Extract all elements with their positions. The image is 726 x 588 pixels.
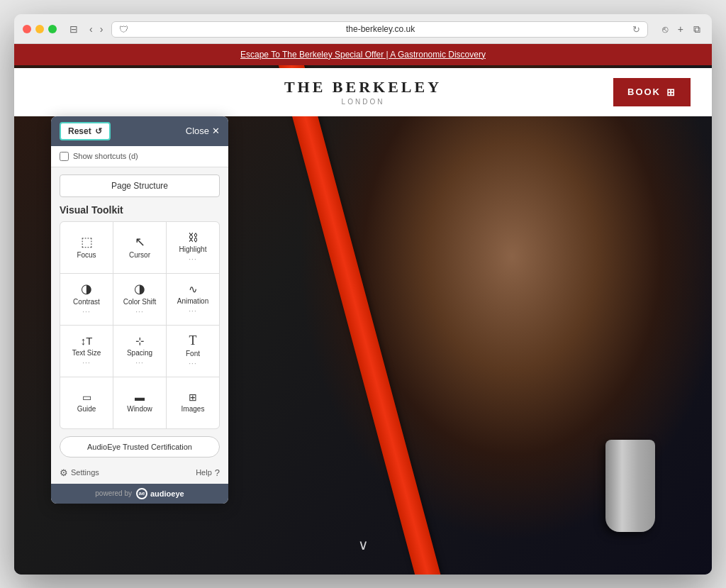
site-header: THE BERKELEY LONDON BOOK ⊞ <box>14 68 712 116</box>
focus-icon: ⬚ <box>81 235 93 248</box>
settings-button[interactable]: ⚙ Settings <box>60 467 99 478</box>
guide-label: Guide <box>77 405 96 413</box>
window-label: Window <box>127 405 152 413</box>
logo-sub-text: LONDON <box>254 98 472 106</box>
minimize-window-btn[interactable] <box>35 25 44 33</box>
browser-content: Escape To The Berkeley Special Offer | A… <box>14 44 712 575</box>
accessibility-panel: Reset ↺ Close ✕ Show shortcuts (d) Page … <box>51 116 228 504</box>
powered-by-text: powered by <box>95 489 132 497</box>
shortcuts-label[interactable]: Show shortcuts (d) <box>73 152 138 160</box>
contrast-icon: ◑ <box>81 282 92 295</box>
images-label: Images <box>182 405 205 413</box>
spacing-dots: ··· <box>135 360 143 367</box>
font-label: Font <box>186 350 200 357</box>
toolkit-guide[interactable]: ▭ Guide <box>60 377 113 428</box>
new-tab-btn[interactable]: + <box>675 22 686 37</box>
panel-header: Reset ↺ Close ✕ <box>51 116 228 146</box>
sidebar-toggle-btn[interactable]: ⊟ <box>67 22 81 36</box>
forward-btn[interactable]: › <box>97 22 106 36</box>
browser-window: ⊟ ‹ › 🛡 the-berkeley.co.uk ↻ ⎋ + ⧉ Esc <box>14 14 712 575</box>
site-logo: THE BERKELEY LONDON <box>254 78 472 106</box>
font-icon: T <box>189 334 197 347</box>
browser-chrome: ⊟ ‹ › 🛡 the-berkeley.co.uk ↻ ⎋ + ⧉ <box>14 14 712 44</box>
refresh-icon[interactable]: ↻ <box>632 24 640 35</box>
spacing-icon: ⊹ <box>135 335 145 346</box>
toolkit-spacing[interactable]: ⊹ Spacing ··· <box>113 326 166 377</box>
url-text: the-berkeley.co.uk <box>133 24 627 34</box>
cursor-label: Cursor <box>129 251 150 259</box>
textsize-icon: ↕T <box>81 335 93 346</box>
book-button[interactable]: BOOK ⊞ <box>613 78 691 106</box>
colorshift-label: Color Shift <box>123 298 157 306</box>
toolkit-images[interactable]: ⊞ Images <box>167 377 219 428</box>
toolkit-cursor[interactable]: ↖ Cursor <box>113 222 166 273</box>
close-panel-button[interactable]: Close ✕ <box>186 126 220 136</box>
gear-icon: ⚙ <box>60 467 68 478</box>
toolkit-window[interactable]: ▬ Window <box>113 377 166 428</box>
textsize-label: Text Size <box>72 349 101 357</box>
traffic-lights <box>23 25 57 33</box>
toolkit-contrast[interactable]: ◑ Contrast ··· <box>60 274 113 325</box>
audioeye-certification-button[interactable]: AudioEye Trusted Certification <box>60 436 220 457</box>
book-icon: ⊞ <box>666 87 676 98</box>
audioeye-logo: ae audioeye <box>136 488 184 499</box>
guide-icon: ▭ <box>82 392 91 402</box>
textsize-dots: ··· <box>82 360 90 367</box>
toolkit-grid: ⬚ Focus ↖ Cursor ⛓ Highlight ··· ◑ Contr… <box>60 221 220 429</box>
toolkit-textsize[interactable]: ↕T Text Size ··· <box>60 326 113 377</box>
toolkit-highlight[interactable]: ⛓ Highlight ··· <box>167 222 219 273</box>
logo-main-text: THE BERKELEY <box>254 78 472 96</box>
visual-toolkit-title: Visual Toolkit <box>51 201 228 221</box>
toolkit-focus[interactable]: ⬚ Focus <box>60 222 113 273</box>
animation-icon: ∿ <box>189 284 198 294</box>
audioeye-logo-icon: ae <box>136 488 147 499</box>
close-window-btn[interactable] <box>23 25 31 33</box>
focus-label: Focus <box>77 251 96 259</box>
animation-dots: ··· <box>189 308 196 315</box>
tab-overview-btn[interactable]: ⧉ <box>691 22 703 37</box>
cocktail-shaker <box>605 440 655 532</box>
toolkit-font[interactable]: T Font ··· <box>167 326 219 377</box>
highlight-label: Highlight <box>179 245 207 253</box>
help-icon: ? <box>215 467 220 478</box>
spacing-label: Spacing <box>127 349 152 357</box>
colorshift-icon: ◑ <box>134 282 145 295</box>
promo-banner-link[interactable]: Escape To The Berkeley Special Offer | A… <box>240 50 486 60</box>
toolkit-colorshift[interactable]: ◑ Color Shift ··· <box>113 274 166 325</box>
security-icon: 🛡 <box>119 24 128 35</box>
cursor-icon: ↖ <box>135 235 145 248</box>
fullscreen-window-btn[interactable] <box>48 25 57 33</box>
shortcuts-row: Show shortcuts (d) <box>51 146 228 167</box>
share-btn[interactable]: ⎋ <box>659 22 671 37</box>
page-structure-button[interactable]: Page Structure <box>60 174 220 197</box>
animation-label: Animation <box>177 297 208 305</box>
browser-actions: ⎋ + ⧉ <box>659 22 703 37</box>
reset-icon: ↺ <box>95 126 102 136</box>
reset-button[interactable]: Reset ↺ <box>60 122 111 140</box>
close-icon: ✕ <box>212 126 220 136</box>
highlight-dots: ··· <box>189 256 196 263</box>
powered-by-bar: powered by ae audioeye <box>51 484 228 504</box>
scroll-indicator: ∨ <box>358 536 369 553</box>
address-bar[interactable]: 🛡 the-berkeley.co.uk ↻ <box>111 21 647 38</box>
contrast-dots: ··· <box>82 309 90 316</box>
images-icon: ⊞ <box>189 392 197 402</box>
toolkit-animation[interactable]: ∿ Animation ··· <box>167 274 219 325</box>
window-icon: ▬ <box>135 392 145 402</box>
panel-footer: ⚙ Settings Help ? <box>51 465 228 484</box>
promo-banner: Escape To The Berkeley Special Offer | A… <box>14 44 712 65</box>
highlight-icon: ⛓ <box>188 232 199 243</box>
shortcuts-checkbox[interactable] <box>60 152 69 161</box>
contrast-label: Contrast <box>73 298 100 306</box>
font-dots: ··· <box>189 360 196 367</box>
colorshift-dots: ··· <box>135 309 143 316</box>
back-btn[interactable]: ‹ <box>86 22 96 36</box>
help-button[interactable]: Help ? <box>196 467 220 478</box>
